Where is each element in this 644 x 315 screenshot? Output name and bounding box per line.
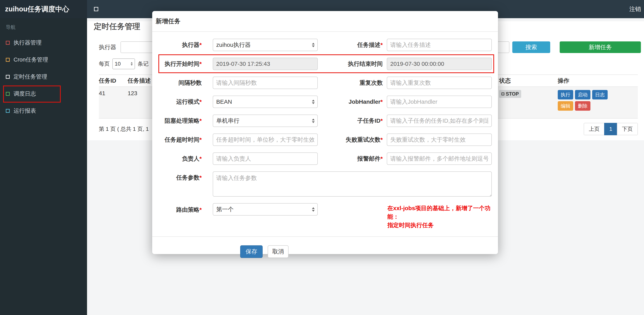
delete-button[interactable]: 删除 bbox=[575, 101, 590, 111]
edit-button[interactable]: 编辑 bbox=[558, 101, 573, 111]
header-actions: 操作 bbox=[558, 77, 638, 85]
search-button[interactable]: 搜索 bbox=[512, 41, 550, 53]
sidebar-item-cron-task-mgmt[interactable]: Cron任务管理 bbox=[0, 51, 87, 68]
pagination-summary: 第 1 页 ( 总共 1 页, 1 bbox=[99, 125, 149, 133]
header-status: 状态 bbox=[499, 77, 558, 85]
select-arrows-icon bbox=[312, 119, 315, 123]
select-arrows-icon bbox=[312, 43, 315, 47]
sidebar-item-label: 执行器管理 bbox=[14, 39, 42, 47]
job-param-label: 任务参数* bbox=[152, 171, 202, 182]
end-time-label: 执行结束时间 bbox=[318, 60, 383, 68]
child-job-id-input[interactable] bbox=[387, 115, 492, 127]
end-time-input[interactable] bbox=[387, 58, 492, 70]
feature-note-line1: 在xxl-jobs项目的基础上，新增了一个功能： bbox=[387, 204, 498, 221]
app-brand: zuihou任务调度中心 bbox=[0, 0, 87, 18]
start-button[interactable]: 启动 bbox=[575, 90, 590, 99]
add-task-button[interactable]: 新增任务 bbox=[560, 41, 641, 53]
cell-status: STOP bbox=[499, 90, 558, 118]
log-button[interactable]: 日志 bbox=[592, 90, 608, 99]
header-task-id: 任务ID bbox=[99, 77, 128, 85]
jobhandler-input[interactable] bbox=[387, 96, 492, 108]
pager: 上页 1 下页 bbox=[584, 123, 638, 135]
start-time-input[interactable] bbox=[213, 58, 318, 70]
sidebar-item-label: 调度日志 bbox=[14, 90, 36, 98]
square-icon bbox=[6, 109, 10, 113]
child-job-label: 子任务ID* bbox=[318, 117, 383, 125]
sidebar-item-dispatch-log[interactable]: 调度日志 bbox=[0, 85, 87, 102]
timeout-label: 任务超时时间* bbox=[152, 136, 202, 144]
status-badge: STOP bbox=[499, 90, 521, 98]
run-mode-select[interactable]: BEAN bbox=[213, 96, 318, 108]
owner-input[interactable] bbox=[213, 152, 318, 165]
modal-footer: 保存 取消 bbox=[152, 237, 376, 258]
executor-label: 执行器* bbox=[152, 41, 202, 49]
per-page-value: 10 bbox=[115, 61, 121, 67]
save-button[interactable]: 保存 bbox=[240, 245, 263, 258]
sidebar-item-executor-mgmt[interactable]: 执行器管理 bbox=[0, 34, 87, 51]
timeout-input[interactable] bbox=[213, 134, 318, 146]
sidebar-item-run-report[interactable]: 运行报表 bbox=[0, 102, 87, 119]
retry-label: 失败重试次数* bbox=[318, 136, 383, 144]
logout-link[interactable]: 注销 bbox=[629, 5, 641, 13]
route-strategy-label: 路由策略* bbox=[152, 203, 202, 214]
next-page-button[interactable]: 下页 bbox=[617, 123, 638, 135]
add-task-modal: 新增任务 执行器* zuihou执行器 任务描述* 执行开始时间* 执行结束时间… bbox=[152, 11, 498, 254]
modal-body: 执行器* zuihou执行器 任务描述* 执行开始时间* 执行结束时间 间隔秒数… bbox=[152, 32, 498, 258]
block-strategy-select-value: 单机串行 bbox=[216, 117, 240, 125]
select-arrows-icon bbox=[131, 62, 133, 66]
page-1-button[interactable]: 1 bbox=[604, 123, 617, 135]
sidebar-item-timed-task-mgmt[interactable]: 定时任务管理 bbox=[0, 68, 87, 85]
alarm-email-input[interactable] bbox=[387, 152, 492, 165]
feature-note: 在xxl-jobs项目的基础上，新增了一个功能： 指定时间执行任务 bbox=[387, 203, 498, 229]
cell-task-id: 41 bbox=[99, 90, 128, 118]
alarm-email-label: 报警邮件* bbox=[318, 155, 383, 163]
square-icon bbox=[6, 58, 10, 62]
run-mode-select-value: BEAN bbox=[216, 99, 232, 105]
owner-label: 负责人* bbox=[152, 155, 202, 163]
square-icon bbox=[6, 75, 10, 79]
sidebar-item-label: 运行报表 bbox=[14, 107, 36, 115]
per-page-suffix-label: 条记 bbox=[138, 60, 148, 68]
task-desc-label: 任务描述* bbox=[318, 41, 383, 49]
block-strategy-label: 阻塞处理策略* bbox=[152, 117, 202, 125]
status-badge-label: STOP bbox=[506, 91, 519, 97]
run-mode-label: 运行模式* bbox=[152, 98, 202, 106]
per-page-prefix-label: 每页 bbox=[99, 60, 110, 68]
modal-title: 新增任务 bbox=[156, 17, 180, 26]
sidebar-section-label: 导航 bbox=[0, 18, 87, 34]
execute-button[interactable]: 执行 bbox=[558, 90, 573, 99]
job-param-textarea[interactable] bbox=[213, 171, 492, 197]
square-icon bbox=[6, 92, 10, 96]
modal-header: 新增任务 bbox=[152, 11, 498, 32]
sidebar-item-label: Cron任务管理 bbox=[14, 56, 48, 64]
executor-select[interactable]: zuihou执行器 bbox=[213, 39, 318, 51]
sidebar-toggle-icon[interactable] bbox=[94, 7, 98, 11]
cell-actions: 执行 启动 日志 编辑 删除 bbox=[558, 90, 638, 118]
feature-note-line2: 指定时间执行任务 bbox=[387, 221, 498, 229]
executor-select-value: zuihou执行器 bbox=[216, 41, 251, 49]
task-desc-input[interactable] bbox=[387, 39, 492, 51]
sidebar-item-label: 定时任务管理 bbox=[14, 73, 47, 81]
prev-page-button[interactable]: 上页 bbox=[584, 123, 604, 135]
per-page-select[interactable]: 10 bbox=[112, 59, 135, 69]
route-strategy-select[interactable]: 第一个 bbox=[213, 203, 318, 216]
executor-filter-label: 执行器 bbox=[99, 43, 116, 51]
retry-count-input[interactable] bbox=[387, 134, 492, 146]
repeat-count-input[interactable] bbox=[387, 77, 492, 89]
square-icon bbox=[6, 41, 10, 45]
select-arrows-icon bbox=[312, 207, 315, 212]
jobhandler-label: JobHandler* bbox=[318, 99, 383, 105]
interval-label: 间隔秒数 bbox=[152, 79, 202, 87]
select-arrows-icon bbox=[312, 100, 315, 104]
cancel-button[interactable]: 取消 bbox=[268, 245, 288, 258]
sidebar: 导航 执行器管理 Cron任务管理 定时任务管理 调度日志 运行报表 bbox=[0, 18, 87, 315]
block-strategy-select[interactable]: 单机串行 bbox=[213, 115, 318, 127]
route-strategy-select-value: 第一个 bbox=[216, 205, 234, 213]
interval-seconds-input[interactable] bbox=[213, 77, 318, 89]
start-time-label: 执行开始时间* bbox=[152, 60, 202, 68]
stop-square-icon bbox=[502, 93, 504, 95]
repeat-label: 重复次数 bbox=[318, 79, 383, 87]
